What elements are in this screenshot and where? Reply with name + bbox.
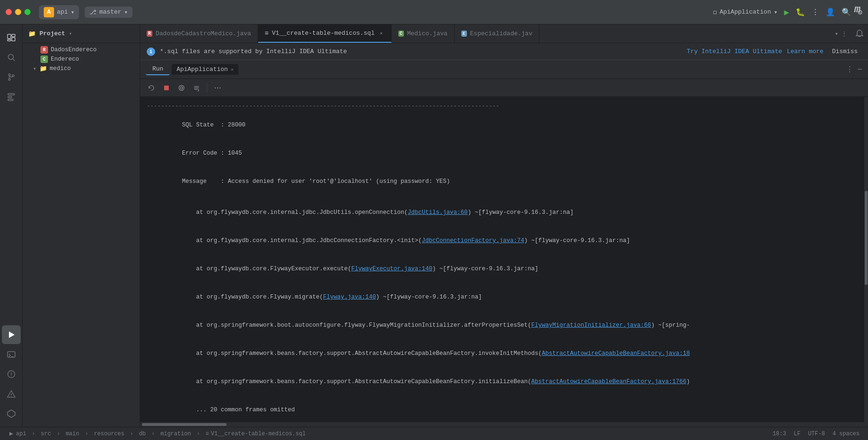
status-main[interactable]: main (63, 431, 82, 437)
tab-label-dadoscadastromedico: DadosdeCadastroMedico.java (156, 30, 251, 37)
learn-more-action[interactable]: Learn more (787, 48, 823, 55)
link-flyway[interactable]: Flyway.java:140 (323, 294, 376, 300)
file-name-endereco: Endereco (51, 56, 79, 63)
tab-v1-create-table[interactable]: ≡ V1__create-table-medicos.sql ✕ (258, 24, 392, 43)
tab-icon-sql: ≡ (265, 30, 268, 37)
file-item-dadosendereco[interactable]: R DadosEndereco (23, 45, 140, 55)
status-position[interactable]: 18:3 (770, 431, 789, 437)
sidebar-item-problems[interactable] (2, 365, 21, 384)
link-abstractautowire1[interactable]: AbstractAutowireCapableBeanFactory.java:… (542, 350, 690, 357)
svg-point-6 (8, 74, 10, 76)
link-abstractautowire2[interactable]: AbstractAutowireCapableBeanFactory.java:… (531, 378, 687, 385)
hscrollbar-thumb[interactable] (142, 423, 227, 426)
run-more-icon[interactable]: ⋮ (846, 65, 853, 74)
link-jdbcutils[interactable]: JdbcUtils.java:60 (408, 209, 468, 216)
breadcrumb-sep-1: › (32, 431, 35, 437)
sidebar-item-search[interactable] (2, 48, 21, 67)
more-actions-button[interactable]: ⋮ (812, 8, 819, 17)
console-output[interactable]: ----------------------------------------… (140, 97, 868, 422)
status-filename[interactable]: ≡ V1__create-table-medicos.sql (203, 431, 308, 437)
stop-button[interactable] (160, 81, 173, 94)
sidebar-item-git2[interactable] (2, 404, 21, 423)
tab-especialidade[interactable]: ε Especialidade.jav (455, 24, 540, 43)
file-item-medico[interactable]: ▾ 📁 medico (23, 64, 140, 73)
svg-point-24 (181, 86, 183, 89)
status-line-sep[interactable]: LF (791, 431, 803, 437)
scrollbar-thumb[interactable] (865, 191, 868, 285)
file-item-endereco[interactable]: C Endereco (23, 55, 140, 64)
console-omitted: ... 20 common frames omitted (147, 396, 861, 422)
scroll-output-button[interactable] (190, 81, 203, 94)
try-intellij-action[interactable]: Try IntelliJ IDEA Ultimate (687, 48, 782, 55)
console-message: Message : Access denied for user 'root'@… (147, 167, 861, 196)
horizontal-scrollbar[interactable] (140, 422, 868, 427)
link-flywayinitializer[interactable]: FlywayMigrationInitializer.java:66 (531, 322, 651, 329)
snapshot-button[interactable] (175, 81, 188, 94)
svg-rect-11 (8, 96, 12, 98)
sidebar-item-run[interactable] (2, 325, 21, 344)
status-encoding[interactable]: UTF-8 (805, 431, 828, 437)
dismiss-button[interactable]: Dismiss (828, 47, 861, 56)
status-project[interactable]: api (6, 431, 29, 437)
status-db[interactable]: db (136, 431, 149, 437)
svg-rect-2 (12, 38, 15, 41)
sidebar-item-git[interactable] (2, 68, 21, 86)
restart-button[interactable] (145, 81, 158, 94)
run-tab-run[interactable]: Run (146, 63, 170, 75)
run-minimize-icon[interactable]: − (857, 65, 862, 74)
info-banner: i *.sql files are supported by IntelliJ … (140, 43, 868, 60)
titlebar-right: ◻ ApiApplication ▾ ▶ 🐛 ⋮ 👤 🔍 ⚙ (713, 7, 862, 17)
svg-marker-21 (8, 410, 15, 417)
scrollbar-track (864, 97, 868, 422)
status-indent[interactable]: 4 spaces (829, 431, 862, 437)
tab-medico[interactable]: C Medico.java (392, 24, 455, 43)
svg-line-5 (13, 59, 15, 61)
svg-point-7 (8, 79, 10, 80)
search-icon[interactable]: 🔍 (842, 8, 851, 17)
run-tab-app-label: ApiApplication (176, 66, 228, 73)
link-flywayexecutor[interactable]: FlywayExecutor.java:140 (351, 266, 433, 272)
maximize-button[interactable] (24, 9, 31, 15)
status-migration[interactable]: migration (158, 431, 194, 437)
branch-switcher[interactable]: ⎇ master ▾ (85, 7, 133, 18)
tab-more-button: ▾ ⋮ (831, 30, 851, 38)
file-panel-header: 📁 Project ▾ (23, 24, 140, 43)
debug-button[interactable]: 🐛 (796, 8, 805, 17)
sidebar-item-terminal[interactable] (2, 345, 21, 364)
console-separator-line: ----------------------------------------… (147, 102, 861, 111)
project-dropdown-arrow[interactable]: ▾ (69, 31, 72, 37)
editor-area: R DadosdeCadastroMedico.java ≡ V1__creat… (140, 24, 868, 427)
svg-rect-0 (8, 34, 11, 39)
titlebar: A api ▾ ⎇ master ▾ ◻ ApiApplication ▾ ▶ … (0, 0, 868, 24)
tab-overflow-icon[interactable]: ⋮ (841, 30, 847, 38)
minimize-button[interactable] (15, 9, 21, 15)
console-stack-2: at org.flywaydb.core.internal.jdbc.JdbcC… (147, 227, 861, 255)
sidebar-item-structure[interactable] (2, 87, 21, 106)
more-toolbar-button[interactable] (211, 81, 224, 94)
tab-dadoscadastromedico[interactable]: R DadosdeCadastroMedico.java (140, 24, 258, 43)
breadcrumb-sep-2: › (56, 431, 60, 437)
status-resources[interactable]: resources (91, 431, 127, 437)
notification-icon[interactable] (855, 29, 864, 39)
run-button[interactable]: ▶ (784, 7, 789, 17)
tab-chevron-down-icon[interactable]: ▾ (835, 30, 838, 38)
info-banner-text: *.sql files are supported by IntelliJ ID… (160, 48, 682, 55)
sidebar-item-project[interactable] (2, 28, 21, 47)
file-tree: R DadosEndereco C Endereco ▾ 📁 medico (23, 43, 140, 427)
svg-rect-1 (12, 34, 15, 37)
run-tab-close-button[interactable]: ✕ (231, 67, 234, 72)
tab-close-v1[interactable]: ✕ (378, 30, 385, 37)
sidebar-item-warnings[interactable] (2, 385, 21, 403)
close-button[interactable] (6, 9, 12, 15)
run-config[interactable]: ◻ ApiApplication ▾ (713, 8, 778, 16)
user-icon[interactable]: 👤 (826, 8, 835, 17)
run-tab-apiapp[interactable]: ApiApplication ✕ (172, 64, 238, 75)
project-switcher[interactable]: A api ▾ (39, 5, 79, 19)
status-src[interactable]: src (38, 431, 54, 437)
svg-rect-14 (8, 352, 15, 357)
class-icon-C: C (40, 55, 48, 63)
git-branch-icon: ⎇ (89, 8, 96, 16)
project-dropdown-icon: ▾ (71, 8, 74, 16)
link-jdbcconnectionfactory[interactable]: JdbcConnectionFactory.java:74 (422, 237, 524, 244)
svg-point-28 (215, 87, 216, 88)
